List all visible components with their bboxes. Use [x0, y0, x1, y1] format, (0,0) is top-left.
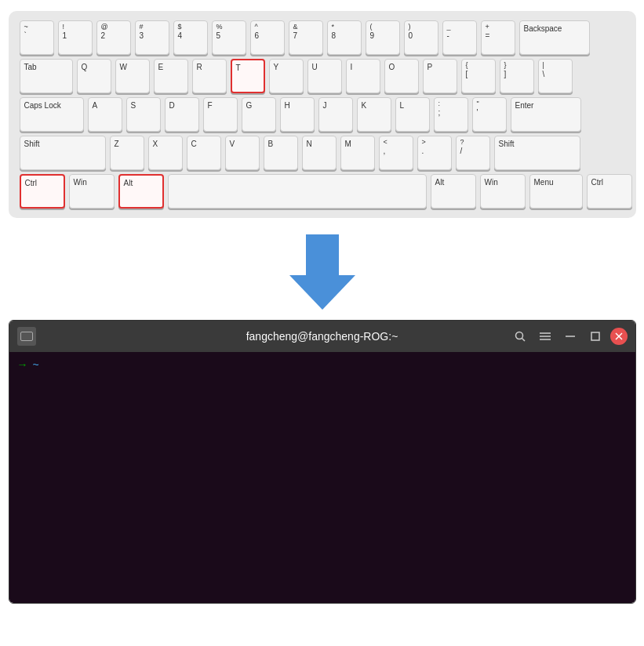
key-W[interactable]: W [115, 59, 150, 93]
key-bottom-char: ] [504, 71, 507, 78]
key-Ctrl[interactable]: Ctrl [20, 174, 65, 209]
key-F[interactable]: F [203, 97, 238, 132]
key-bottom-char: U [312, 64, 318, 71]
key-top-char: % [216, 24, 223, 31]
terminal-maximize-button[interactable] [585, 326, 606, 347]
key-;[interactable]: :; [434, 97, 468, 132]
key-O[interactable]: O [384, 59, 419, 93]
key-top-char: | [543, 62, 544, 69]
key-2[interactable]: @2 [96, 20, 131, 55]
key-top-char: ? [460, 139, 464, 146]
keyboard: ~`!1@2#3$4%5^6&7*8(9)0_-+=BackspaceTabQW… [20, 20, 625, 209]
key-Backspace[interactable]: Backspace [519, 20, 590, 55]
key-A[interactable]: A [88, 97, 122, 132]
key-P[interactable]: P [423, 59, 457, 93]
key-bottom-char: 2 [101, 32, 106, 40]
arrow-head [289, 275, 355, 310]
key-G[interactable]: G [242, 97, 276, 132]
key-bottom-char: 0 [409, 32, 413, 40]
key-Shift[interactable]: Shift [20, 136, 106, 170]
key-L[interactable]: L [395, 97, 430, 132]
close-icon [615, 332, 623, 340]
terminal-close-button[interactable] [610, 328, 628, 345]
key-bottom-char: - [447, 32, 449, 40]
key-Menu[interactable]: Menu [529, 174, 583, 209]
key-bottom-char: 3 [140, 32, 144, 40]
key-bottom-char: Win [74, 179, 87, 187]
key-][interactable]: }] [500, 59, 534, 93]
key-=[interactable]: += [481, 20, 515, 55]
key-Tab[interactable]: Tab [20, 59, 73, 93]
key-top-char: ~ [24, 24, 28, 31]
key--[interactable]: _- [442, 20, 477, 55]
key-Caps Lock[interactable]: Caps Lock [20, 97, 84, 132]
key-bottom-char: 1 [63, 32, 67, 40]
key-bottom-char: Backspace [524, 25, 562, 33]
key-Shift[interactable]: Shift [494, 136, 580, 170]
key-row-1: TabQWERTYUIOP{[}]|\ [20, 59, 625, 93]
key-4[interactable]: $4 [173, 20, 208, 55]
key-T[interactable]: T [231, 59, 265, 93]
key-[[interactable]: {[ [461, 59, 496, 93]
key-`[interactable]: ~` [20, 20, 54, 55]
terminal-minimize-button[interactable] [560, 326, 580, 347]
key-S[interactable]: S [126, 97, 161, 132]
key-3[interactable] [168, 174, 427, 209]
down-arrow [289, 234, 355, 310]
key-bottom-char: I [351, 64, 353, 71]
key-'[interactable]: "' [472, 97, 507, 132]
key-7[interactable]: &7 [289, 20, 323, 55]
key-Q[interactable]: Q [77, 59, 111, 93]
key-bottom-char: 7 [293, 32, 298, 40]
key-V[interactable]: V [225, 136, 260, 170]
key-bottom-char: Ctrl [25, 180, 38, 187]
key-Enter[interactable]: Enter [511, 97, 581, 132]
key-B[interactable]: B [264, 136, 298, 170]
key-Y[interactable]: Y [269, 59, 304, 93]
key-\[interactable]: |\ [538, 59, 573, 93]
key-Z[interactable]: Z [110, 136, 144, 170]
key-N[interactable]: N [302, 136, 337, 170]
key-bottom-char: / [460, 147, 463, 155]
key-,[interactable]: <, [379, 136, 413, 170]
key-C[interactable]: C [187, 136, 221, 170]
key-row-3: ShiftZXCVBNM<,>.?/Shift [20, 136, 625, 170]
key-bottom-char: [ [466, 71, 468, 78]
key-J[interactable]: J [318, 97, 353, 132]
key-5[interactable]: %5 [212, 20, 246, 55]
key-bottom-char: X [153, 140, 158, 148]
key-bottom-char: T [236, 64, 241, 72]
key-bottom-char: P [428, 64, 433, 71]
key-bottom-char: Menu [534, 179, 554, 187]
key-D[interactable]: D [165, 97, 199, 132]
key-R[interactable]: R [192, 59, 227, 93]
key-bottom-char: ; [438, 109, 441, 117]
key-/[interactable]: ?/ [456, 136, 490, 170]
key-M[interactable]: M [340, 136, 375, 170]
key-.[interactable]: >. [417, 136, 452, 170]
key-9[interactable]: (9 [366, 20, 400, 55]
key-bottom-char: Ctrl [591, 179, 604, 187]
terminal-menu-button[interactable] [535, 326, 555, 347]
key-6[interactable]: ^6 [250, 20, 285, 55]
key-I[interactable]: I [346, 59, 380, 93]
key-Ctrl[interactable]: Ctrl [587, 174, 632, 209]
terminal-search-button[interactable] [510, 326, 530, 347]
key-Win[interactable]: Win [69, 174, 115, 209]
key-K[interactable]: K [357, 97, 391, 132]
key-0[interactable]: )0 [404, 20, 438, 55]
key-3[interactable]: #3 [135, 20, 169, 55]
key-Alt[interactable]: Alt [118, 174, 164, 209]
key-Alt[interactable]: Alt [431, 174, 476, 209]
key-bottom-char: S [131, 102, 136, 110]
key-U[interactable]: U [307, 59, 342, 93]
key-Win[interactable]: Win [480, 174, 526, 209]
key-8[interactable]: *8 [327, 20, 362, 55]
key-top-char: : [438, 100, 441, 107]
key-H[interactable]: H [280, 97, 315, 132]
key-X[interactable]: X [148, 136, 183, 170]
key-E[interactable]: E [154, 59, 188, 93]
key-bottom-char: 8 [332, 32, 337, 40]
key-1[interactable]: !1 [58, 20, 93, 55]
terminal-body[interactable]: → ~ [9, 352, 635, 603]
